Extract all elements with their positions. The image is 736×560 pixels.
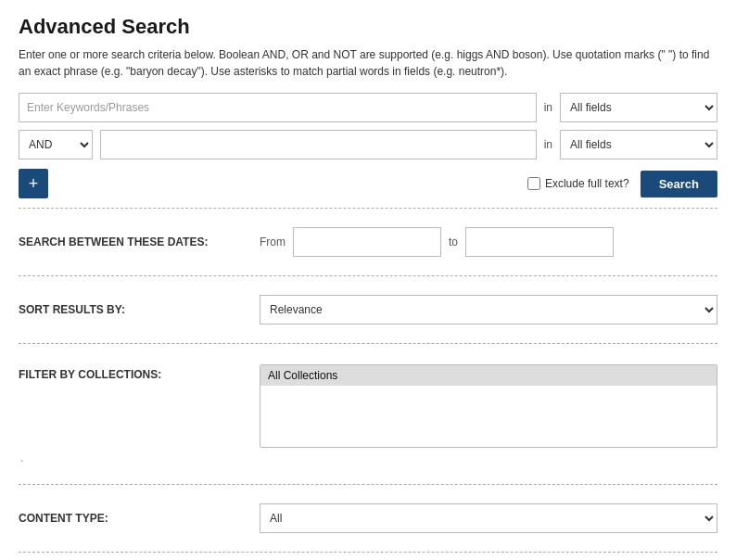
collections-content: All Collections	[260, 364, 717, 448]
keyword-input-2[interactable]	[100, 130, 537, 159]
sort-select[interactable]: Relevance Date (newest first) Date (olde…	[260, 295, 717, 325]
collections-label: FILTER BY COLLECTIONS:	[19, 364, 260, 381]
sort-section: SORT RESULTS BY: Relevance Date (newest …	[19, 286, 717, 334]
dates-label: SEARCH BETWEEN THESE DATES:	[19, 235, 260, 248]
divider-5	[19, 552, 717, 553]
in-label-2: in	[544, 138, 552, 151]
in-label-1: in	[544, 101, 552, 114]
exclude-fulltext-checkbox[interactable]	[527, 177, 540, 190]
date-to-input[interactable]	[465, 227, 614, 257]
collections-section: FILTER BY COLLECTIONS: All Collections	[19, 353, 717, 457]
page-description: Enter one or more search criteria below.…	[19, 46, 717, 80]
field-select-1[interactable]: All fields Title Abstract Author DOI ISS…	[560, 93, 717, 122]
keyword-input-1[interactable]	[19, 93, 537, 122]
from-label: From	[260, 235, 286, 248]
field-select-2[interactable]: All fields Title Abstract Author DOI ISS…	[560, 130, 717, 159]
divider-4	[19, 484, 717, 485]
content-type-content: All Journals Books Conference Proceeding…	[260, 503, 717, 533]
divider-2	[19, 275, 717, 276]
dates-section: SEARCH BETWEEN THESE DATES: From to	[19, 218, 717, 266]
dates-content: From to	[260, 227, 717, 257]
to-label: to	[449, 235, 458, 248]
divider-1	[19, 208, 717, 209]
search-button-top[interactable]: Search	[641, 171, 717, 197]
collections-listbox[interactable]: All Collections	[260, 364, 717, 448]
actions-row: + Exclude full text? Search	[19, 169, 717, 198]
sort-label: SORT RESULTS BY:	[19, 303, 260, 316]
add-criteria-button[interactable]: +	[19, 169, 48, 198]
date-from-input[interactable]	[293, 227, 441, 257]
operator-select[interactable]: AND OR NOT	[19, 130, 93, 159]
right-actions: Exclude full text? Search	[527, 171, 717, 197]
content-type-select[interactable]: All Journals Books Conference Proceeding…	[260, 503, 717, 533]
exclude-fulltext-label[interactable]: Exclude full text?	[527, 177, 629, 190]
content-type-label: CONTENT TYPE:	[19, 512, 260, 525]
tick-char: `	[19, 456, 23, 470]
divider-3	[19, 343, 717, 344]
content-type-section: CONTENT TYPE: All Journals Books Confere…	[19, 494, 717, 542]
keyword-row-1: in All fields Title Abstract Author DOI …	[19, 93, 717, 122]
keyword-row-2: AND OR NOT in All fields Title Abstract …	[19, 130, 717, 159]
sort-content: Relevance Date (newest first) Date (olde…	[260, 295, 717, 325]
page-title: Advanced Search	[19, 15, 717, 39]
